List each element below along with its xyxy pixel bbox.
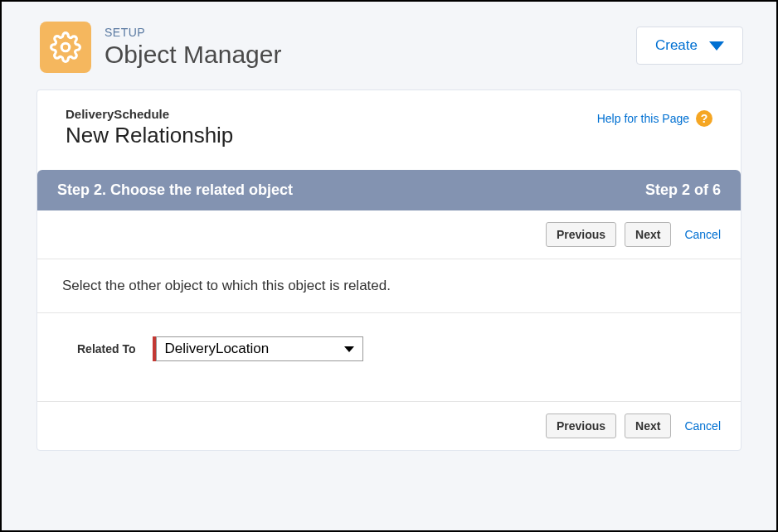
- object-label: DeliverySchedule: [66, 107, 233, 121]
- instruction-text: Select the other object to which this ob…: [37, 259, 741, 313]
- next-button[interactable]: Next: [625, 222, 671, 247]
- help-link[interactable]: Help for this Page: [597, 112, 689, 125]
- step-bar: Step 2. Choose the related object Step 2…: [37, 170, 741, 210]
- step-progress: Step 2 of 6: [645, 181, 721, 199]
- related-to-row: Related To DeliveryLocation: [37, 313, 741, 401]
- button-row-bottom: Previous Next Cancel: [37, 401, 741, 450]
- next-button[interactable]: Next: [625, 414, 671, 438]
- chevron-down-icon: [709, 41, 724, 51]
- page-header: SETUP Object Manager Create: [2, 2, 776, 89]
- related-to-label: Related To: [77, 342, 136, 355]
- related-to-select[interactable]: DeliveryLocation: [156, 336, 363, 361]
- step-title: Step 2. Choose the related object: [57, 181, 293, 199]
- wizard-title: New Relationship: [66, 123, 233, 148]
- svg-point-0: [61, 43, 70, 51]
- related-to-value: DeliveryLocation: [165, 341, 270, 357]
- chevron-down-icon: [344, 346, 354, 352]
- wizard-panel: DeliverySchedule New Relationship Help f…: [36, 89, 742, 451]
- gear-icon: [40, 22, 91, 73]
- breadcrumb: SETUP: [105, 26, 281, 39]
- help-icon[interactable]: ?: [696, 110, 712, 127]
- create-button-label: Create: [655, 37, 698, 54]
- button-row-top: Previous Next Cancel: [37, 210, 741, 259]
- cancel-link[interactable]: Cancel: [684, 419, 721, 433]
- create-button[interactable]: Create: [636, 27, 743, 65]
- page-title: Object Manager: [105, 41, 281, 69]
- cancel-link[interactable]: Cancel: [684, 228, 721, 241]
- previous-button[interactable]: Previous: [546, 222, 616, 247]
- previous-button[interactable]: Previous: [546, 414, 616, 438]
